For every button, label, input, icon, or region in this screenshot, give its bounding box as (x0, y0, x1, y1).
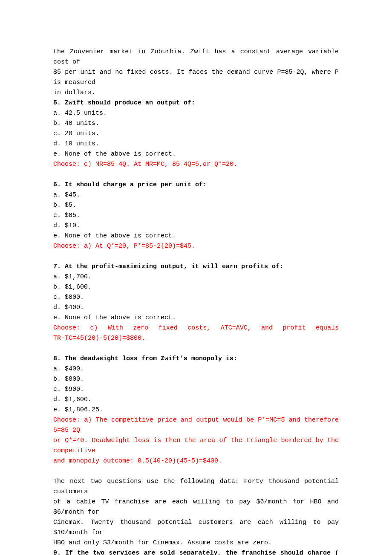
q6-option-d: d. $10. (53, 221, 339, 231)
intro-line-3: in dollars. (53, 88, 339, 98)
next-intro-line-1: The next two questions use the following… (53, 477, 339, 497)
q5-answer: Choose: c) MR=85-4Q. At MR=MC, 85-4Q=5,o… (53, 159, 339, 170)
q5-option-d: d. 10 units. (53, 139, 339, 149)
q7-option-d: d. $400. (53, 303, 339, 313)
q7-answer-line-2: TR-TC=45(20)-5(20)=$800. (53, 333, 339, 344)
q5-option-c: c. 20 units. (53, 129, 339, 139)
q6-option-b: b. $5. (53, 200, 339, 211)
q7-option-a: a. $1,700. (53, 272, 339, 282)
spacer (53, 170, 339, 180)
q6-answer: Choose: a) At Q*=20, P*=85-2(20)=$45. (53, 241, 339, 251)
next-intro-line-4: HBO and only $3/month for Cinemax. Assum… (53, 538, 339, 548)
q8-option-e: e. $1,806.25. (53, 405, 339, 415)
next-intro-line-2: of a cable TV franchise are each willing… (53, 497, 339, 517)
question-9-line-1: 9. If the two services are sold separate… (53, 548, 339, 555)
q8-option-d: d. $1,600. (53, 395, 339, 405)
q8-answer-line-1: Choose: a) The competitive price and out… (53, 415, 339, 436)
question-6: 6. It should charge a price per unit of: (53, 180, 339, 190)
q8-answer-line-3: and monopoly outcome: 0.5(40-20)(45-5)=$… (53, 456, 339, 466)
intro-line-2: $5 per unit and no fixed costs. It faces… (53, 67, 339, 88)
q6-option-c: c. $85. (53, 211, 339, 221)
question-7: 7. At the profit-maximizing output, it w… (53, 262, 339, 272)
spacer (53, 344, 339, 354)
q5-option-b: b. 40 units. (53, 119, 339, 129)
question-8: 8. The deadweight loss from Zwift's mono… (53, 354, 339, 364)
q7-option-e: e. None of the above is correct. (53, 313, 339, 323)
q7-answer-line-1: Choose: c) With zero fixed costs, ATC=AV… (53, 323, 339, 333)
document-page: the Zouvenier market in Zuburbia. Zwift … (0, 0, 392, 555)
spacer (53, 466, 339, 477)
q8-option-a: a. $400. (53, 364, 339, 374)
q7-option-c: c. $800. (53, 292, 339, 303)
q7-option-b: b. $1,600. (53, 282, 339, 292)
next-intro-line-3: Cinemax. Twenty thousand potential custo… (53, 517, 339, 538)
q6-option-a: a. $45. (53, 190, 339, 200)
q8-answer-line-2: or Q*=40. Deadweight loss is then the ar… (53, 436, 339, 456)
q8-option-b: b. $800. (53, 374, 339, 384)
spacer (53, 251, 339, 262)
q8-option-c: c. $900. (53, 384, 339, 395)
q5-option-e: e. None of the above is correct. (53, 149, 339, 159)
intro-line-1: the Zouvenier market in Zuburbia. Zwift … (53, 47, 339, 67)
q5-option-a: a. 42.5 units. (53, 108, 339, 119)
question-5: 5. Zwift should produce an output of: (53, 98, 339, 108)
q6-option-e: e. None of the above is correct. (53, 231, 339, 241)
